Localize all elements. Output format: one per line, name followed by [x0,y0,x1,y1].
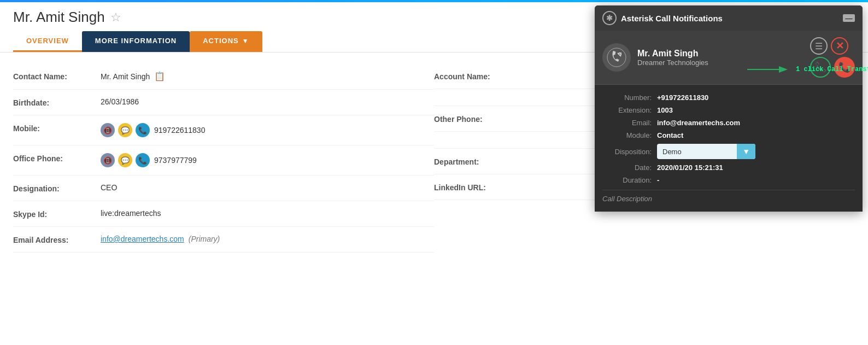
label-email: Email Address: [13,235,101,244]
email-primary-label: (Primary) [189,235,220,243]
page-wrapper: Mr. Amit Singh ☆ OVERVIEW MORE INFORMATI… [0,0,868,345]
asterisk-icon: ✱ [602,11,617,25]
phone-incoming-icon [607,48,626,67]
mute-phone-icon-2[interactable]: 📵 [101,153,115,167]
module-label: Module: [602,131,657,139]
svg-point-0 [607,48,626,67]
caller-actions: ☰ ✕ 📞 📞 [810,37,855,78]
minimize-button[interactable]: — [843,14,855,22]
date-value: 2020/01/20 15:21:31 [657,163,723,172]
mobile-phone-icons: 📵 💬 📞 [101,123,150,137]
field-row-contact-name: Contact Name: Mr. Amit Singh 📋 [13,63,434,90]
value-office-phone: 📵 💬 📞 9737977799 [101,153,197,167]
value-contact-name: Mr. Amit Singh 📋 [101,71,165,81]
detail-row-extension: Extension: 1003 [602,104,855,116]
label-designation: Designation: [13,183,101,193]
star-icon[interactable]: ☆ [110,10,121,25]
label-skype: Skype Id: [13,209,101,219]
label-birthdate: Birthdate: [13,97,101,107]
label-mobile: Mobile: [13,123,101,133]
detail-row-duration: Duration: - [602,174,855,186]
call-description[interactable]: Call Description [602,190,855,205]
notif-details: Number: +919722611830 Extension: 1003 Em… [595,85,863,212]
detail-row-module: Module: Contact [602,129,855,142]
value-birthdate: 26/03/1986 [101,97,139,106]
label-linkedin: LinkedIn URL: [434,182,521,192]
detail-row-date: Date: 2020/01/20 15:21:31 [602,161,855,174]
field-row-email: Email Address: info@dreamertechs.com (Pr… [13,227,434,253]
duration-value: - [657,176,659,184]
email-detail-value: info@dreamertechs.com [657,119,740,127]
duration-label: Duration: [602,176,657,184]
email-detail-label: Email: [602,119,657,127]
mute-phone-icon[interactable]: 📵 [101,123,115,137]
call-transfer-label: 1 click Call Transfer [796,66,868,73]
module-value: Contact [657,131,683,139]
label-other-phone2: Other Phone: [434,114,521,124]
caller-card: Mr. Amit Singh Dreamer Technologies ☰ ✕ … [595,31,863,85]
field-row-birthdate: Birthdate: 26/03/1986 [13,90,434,115]
value-email: info@dreamertechs.com (Primary) [101,235,220,243]
disposition-label: Disposition: [602,148,657,156]
number-label: Number: [602,93,657,102]
whatsapp-icon[interactable]: 📞 [136,123,150,137]
extension-label: Extension: [602,106,657,114]
label-department2: Department: [434,156,521,166]
caller-name: Mr. Amit Singh [637,49,810,59]
field-row-office-phone: Office Phone: 📵 💬 📞 9737977799 [13,145,434,176]
disposition-value: Demo [657,144,737,159]
office-phone-icons: 📵 💬 📞 [101,153,150,167]
detail-row-number: Number: +919722611830 [602,91,855,104]
menu-button[interactable]: ☰ [810,37,828,55]
left-column: Contact Name: Mr. Amit Singh 📋 Birthdate… [13,63,434,253]
call-transfer-arrow [744,61,794,78]
field-row-skype: Skype Id: live:dreamertechs [13,201,434,227]
chat-icon-2[interactable]: 💬 [118,153,132,167]
close-call-button[interactable]: ✕ [831,37,848,55]
label-department [434,139,521,141]
label-other-phone [434,97,521,98]
email-link[interactable]: info@dreamertechs.com [101,235,184,243]
value-designation: CEO [101,183,117,192]
notif-header: ✱ Asterisk Call Notifications — [595,5,863,31]
label-office-phone: Office Phone: [13,153,101,163]
chevron-down-icon: ▼ [242,37,249,45]
detail-row-email: Email: info@dreamertechs.com [602,116,855,129]
field-row-mobile: Mobile: 📵 💬 📞 919722611830 [13,115,434,145]
extension-value: 1003 [657,106,673,114]
value-mobile: 📵 💬 📞 919722611830 [101,123,205,137]
copy-icon[interactable]: 📋 [154,71,165,81]
chat-icon[interactable]: 💬 [118,123,132,137]
disposition-dropdown-icon[interactable]: ▼ [737,144,755,159]
caller-avatar [602,43,631,72]
date-label: Date: [602,163,657,172]
field-row-designation: Designation: CEO [13,176,434,201]
tab-more-info[interactable]: MORE INFORMATION [82,31,190,52]
notification-panel: ✱ Asterisk Call Notifications — Mr. Amit… [595,5,863,212]
label-contact-name: Contact Name: [13,71,101,81]
notif-title: Asterisk Call Notifications [621,14,723,23]
number-value: +919722611830 [657,93,708,102]
value-skype: live:dreamertechs [101,209,161,218]
phone-call-icon-2[interactable]: 📞 [136,153,150,167]
label-account-name: Account Name: [434,71,521,81]
notif-header-left: ✱ Asterisk Call Notifications [602,11,723,25]
contact-title: Mr. Amit Singh [13,9,105,26]
detail-row-disposition: Disposition: Demo ▼ [602,142,855,161]
tab-overview[interactable]: OVERVIEW [13,31,82,52]
disposition-select[interactable]: Demo ▼ [657,144,755,159]
tab-actions[interactable]: ACTIONS ▼ [190,31,262,52]
